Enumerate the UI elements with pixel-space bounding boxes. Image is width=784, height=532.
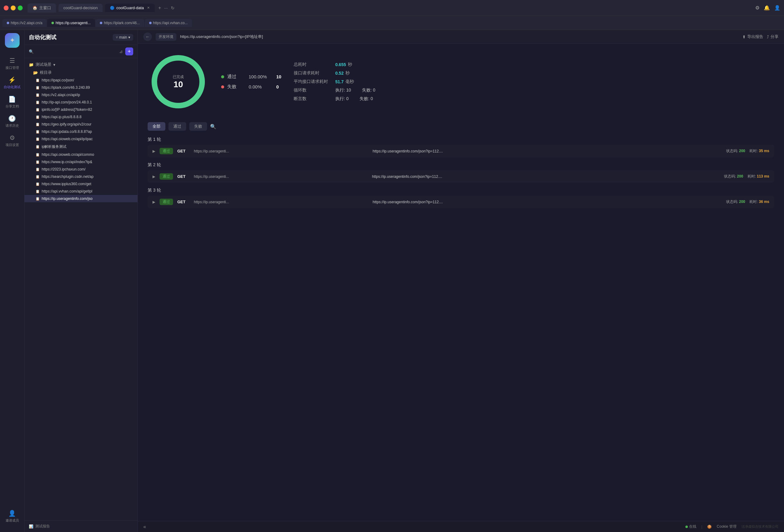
- test-report-icon: 📊: [29, 524, 33, 529]
- tree-item-label-12: https://2023.ipchaxun.com/: [41, 167, 85, 171]
- round-1-expand[interactable]: ▶: [152, 149, 155, 153]
- tree-item-1[interactable]: 📋 https://iplark.com/46.3.240.89: [25, 84, 138, 91]
- filter-tab-pass[interactable]: 通过: [168, 122, 186, 131]
- close-button[interactable]: [4, 5, 8, 10]
- tab-decision[interactable]: coolGuard-decision: [58, 4, 103, 12]
- test-report-footer[interactable]: 📊 测试报告: [25, 520, 138, 532]
- export-report-button[interactable]: ⬆ 导出报告: [743, 34, 763, 39]
- round-2-expand[interactable]: ▶: [152, 175, 155, 179]
- round-3-expand[interactable]: ▶: [152, 200, 155, 204]
- tab-data-close[interactable]: ✕: [147, 6, 150, 10]
- invite-member-icon: 👤: [8, 510, 16, 517]
- tree-item-label-10: https://api.oioweb.cn/api/commo: [41, 152, 94, 157]
- sidebar-item-invite-member[interactable]: 👤 邀请成员: [5, 507, 19, 526]
- tree-item-label-5: https://api.ip.plus/8.8.8.8: [41, 115, 81, 119]
- tree-item-label-13: https://searchplugin.csdn.net/ap: [41, 175, 93, 179]
- tree-item-9[interactable]: 📋 ip解析服务测试: [25, 143, 138, 151]
- tree-item-label-16: https://ip.useragentinfo.com/jso: [41, 197, 92, 201]
- fullscreen-button[interactable]: [18, 5, 23, 10]
- sidebar-item-auto-test[interactable]: ⚡ 自动化测试: [0, 73, 24, 92]
- doc-icon-2: 📋: [35, 93, 40, 97]
- doc-icon-15: 📋: [35, 189, 40, 194]
- doc-icon-7: 📋: [35, 130, 40, 134]
- tree-item-16[interactable]: 📋 https://ip.useragentinfo.com/jso: [25, 195, 138, 202]
- sidebar-item-share-doc[interactable]: 📄 分享文档: [0, 92, 24, 112]
- collapse-icon[interactable]: «: [143, 524, 146, 530]
- tree-item-13[interactable]: 📋 https://searchplugin.csdn.net/ap: [25, 173, 138, 180]
- sidebar-item-share-doc-label: 分享文档: [5, 104, 19, 109]
- browser-tab-2[interactable]: https://ip.useragenti...: [47, 19, 95, 27]
- tree-item-label-0: https://ipapi.co/json/: [41, 78, 74, 82]
- tree-item-11[interactable]: 📋 https://www.ip.cn/api/index?ip&: [25, 158, 138, 166]
- request-history-icon: 🕐: [8, 115, 16, 122]
- new-tab-button[interactable]: +: [158, 5, 161, 11]
- filter-tab-fail[interactable]: 失败: [189, 122, 207, 131]
- round-2-section: 第 2 轮 ▶ 通过 GET https://ip.useragenti... …: [148, 162, 774, 183]
- tree-item-14[interactable]: 📋 https://www.ipplus360.com/get: [25, 180, 138, 188]
- tree-item-5[interactable]: 📋 https://api.ip.plus/8.8.8.8: [25, 113, 138, 121]
- back-button[interactable]: ←: [143, 32, 152, 41]
- doc-icon-8: 📋: [35, 137, 40, 141]
- legend-fail: 失败 0.00% 0: [221, 84, 281, 90]
- tree-item-7[interactable]: 📋 https://api.ipdata.co/8.8.8.8?ap: [25, 128, 138, 135]
- metric-total-time: 总耗时 0.655 秒: [294, 62, 774, 67]
- tree-item-label-4: ipinfo.io/[IP address]?token=82: [41, 108, 92, 112]
- branch-icon: ⑂: [116, 35, 118, 39]
- tree-item-3[interactable]: 📋 http://ip-api.com/json/24.48.0.1: [25, 98, 138, 106]
- share-button[interactable]: ⤴ 分享: [767, 34, 779, 39]
- browser-tab-3[interactable]: https://iplark.com/46...: [95, 19, 144, 27]
- divider: |: [701, 525, 702, 529]
- avatar-icon[interactable]: 👤: [774, 5, 780, 11]
- tab-data[interactable]: 🔵 coolGuard-data ✕: [105, 4, 155, 12]
- round-1-item: ▶ 通过 GET https://ip.useragenti... https:…: [148, 145, 774, 157]
- sidebar-item-invite-member-label: 邀请成员: [5, 518, 19, 523]
- cookie-label[interactable]: Cookie 管理: [717, 524, 736, 529]
- tree-item-12[interactable]: 📋 https://2023.ipchaxun.com/: [25, 166, 138, 173]
- browser-tab-1[interactable]: https://v2.alapi.cn/a: [2, 19, 47, 27]
- tree-item-6[interactable]: 📋 https://geo.ipify.org/api/v2/cour: [25, 121, 138, 128]
- fail-label: 失败: [227, 84, 246, 90]
- sidebar-item-project-settings[interactable]: ⚙ 项目设置: [0, 131, 24, 150]
- filter-button[interactable]: ⊿: [119, 49, 123, 54]
- test-scene-group[interactable]: 📁 测试场景 ▾: [25, 61, 138, 68]
- round-1-method: GET: [177, 149, 190, 153]
- branch-selector[interactable]: ⑂ main ▾: [113, 34, 133, 41]
- right-panel-header: ← 开发环境 https://ip.useragentinfo.com/json…: [138, 30, 784, 44]
- metric-loop-label: 循环数: [294, 88, 334, 93]
- sidebar-item-request-history[interactable]: 🕐 请求历史: [0, 112, 24, 131]
- tree-item-4[interactable]: 📋 ipinfo.io/[IP address]?token=82: [25, 106, 138, 113]
- round-2-header: 第 2 轮: [148, 162, 774, 168]
- tab-home[interactable]: 🏠 主窗口: [28, 3, 56, 12]
- metric-request-time: 接口请求耗时 0.52 秒: [294, 70, 774, 76]
- round-2-item: ▶ 通过 GET https://ip.useragenti... https:…: [148, 170, 774, 183]
- left-panel: 自动化测试 ⑂ main ▾ 🔍 ⊿ + 📁 测试场景 ▾ 📂 根目录: [25, 30, 138, 532]
- tree-item-2[interactable]: 📋 https://v2.alapi.cn/api/ip: [25, 91, 138, 98]
- bell-icon[interactable]: 🔔: [764, 5, 770, 11]
- tree-item-15[interactable]: 📋 https://api.vvhan.com/api/getIpl: [25, 188, 138, 195]
- doc-icon-5: 📋: [35, 115, 40, 119]
- doc-icon-16: 📋: [35, 197, 40, 201]
- tree-item-8[interactable]: 📋 https://api.oioweb.cn/api/ip/ipac: [25, 135, 138, 143]
- filter-tab-all[interactable]: 全部: [148, 122, 165, 131]
- branch-name: main: [119, 35, 127, 39]
- sidebar-item-project-settings-label: 项目设置: [5, 143, 19, 147]
- tab-refresh-button[interactable]: ↻: [171, 5, 174, 10]
- doc-icon-3: 📋: [35, 100, 40, 105]
- round-1-section: 第 1 轮 ▶ 通过 GET https://ip.useragenti... …: [148, 137, 774, 157]
- sidebar-item-api-mgmt[interactable]: ☰ 接口管理: [0, 54, 24, 73]
- tree-item-10[interactable]: 📋 https://api.oioweb.cn/api/commo: [25, 151, 138, 158]
- legend-pass: 通过 100.00% 10: [221, 74, 281, 80]
- browser-tab-4-label: https://api.vvhan.co...: [153, 21, 188, 25]
- root-group[interactable]: 📂 根目录: [25, 68, 138, 77]
- tab-more-button[interactable]: ···: [164, 5, 168, 10]
- metrics-block: 总耗时 0.655 秒 接口请求耗时 0.52 秒 平均接口请求耗时 51.7 …: [294, 62, 774, 101]
- round-1-status: 通过: [160, 148, 173, 154]
- settings-icon[interactable]: ⚙: [755, 5, 759, 11]
- add-button[interactable]: +: [125, 48, 133, 55]
- round-3-url-full: https://ip.useragentinfo.com/json?ip=112…: [373, 200, 722, 204]
- search-input[interactable]: [36, 49, 117, 54]
- tree-item-0[interactable]: 📋 https://ipapi.co/json/: [25, 77, 138, 84]
- minimize-button[interactable]: [11, 5, 16, 10]
- filter-search-icon[interactable]: 🔍: [210, 124, 216, 129]
- browser-tab-4[interactable]: https://api.vvhan.co...: [145, 19, 192, 27]
